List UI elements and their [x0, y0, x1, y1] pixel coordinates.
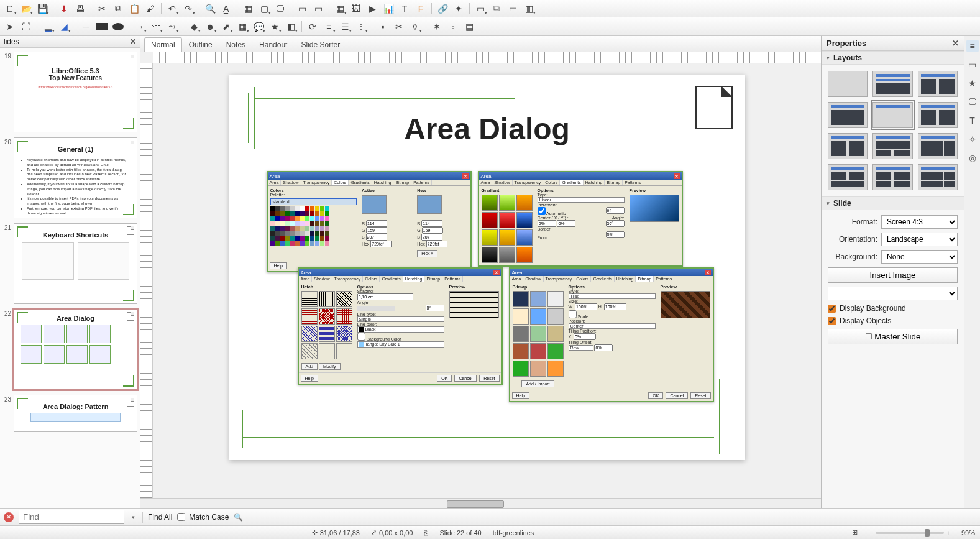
rotate-button[interactable]: ⟳ — [305, 20, 320, 34]
find-input[interactable] — [19, 510, 124, 524]
curve-button[interactable]: 〰▾ — [149, 20, 163, 34]
slide-thumb-23[interactable]: 23 Area Dialog: Pattern — [2, 395, 137, 432]
slide-button[interactable]: ▭▾ — [473, 2, 488, 16]
find-close-button[interactable]: ✕ — [4, 512, 14, 522]
save-button[interactable]: 💾▾ — [35, 2, 50, 16]
layout-title-content[interactable] — [872, 71, 912, 97]
animation-button[interactable]: ✦ — [451, 2, 466, 16]
zoom-slider[interactable] — [876, 532, 944, 534]
undo-button[interactable]: ↶▾ — [165, 2, 180, 16]
arrow-shapes-button[interactable]: ⬈▾ — [219, 20, 234, 34]
slide-thumb-22[interactable]: 22 Area Dialog — [2, 309, 137, 390]
ruler-vertical[interactable] — [140, 63, 153, 498]
slide-thumb-19[interactable]: 19 LibreOffice 5.3 Top New Features http… — [2, 52, 137, 132]
basic-shapes-button[interactable]: ◆▾ — [186, 20, 201, 34]
find-button[interactable]: 🔍 — [203, 2, 218, 16]
snap-button[interactable]: ▢▾ — [257, 2, 272, 16]
dup-slide-button[interactable]: ⧉ — [489, 2, 504, 16]
slide-thumb-21[interactable]: 21 Keyboard Shortcuts — [2, 223, 137, 304]
slide-title[interactable]: Area Dialog — [229, 112, 745, 146]
zoom-tool[interactable]: ⛶ — [19, 20, 34, 34]
textbox-button[interactable]: T — [397, 2, 412, 16]
table-button[interactable]: ▦▾ — [332, 2, 347, 16]
sidebar-tab-master[interactable]: ◎ — [966, 152, 979, 164]
properties-close[interactable]: ✕ — [952, 39, 959, 48]
slide-section-header[interactable]: Slide — [822, 196, 964, 210]
filter-button[interactable]: ⚱▾ — [408, 20, 423, 34]
layout-9[interactable] — [828, 164, 868, 190]
orientation-select[interactable]: Landscape — [881, 233, 958, 246]
slide-layout-button[interactable]: ▥▾ — [521, 2, 536, 16]
layout-11[interactable] — [918, 164, 958, 190]
find-search-icon[interactable]: 🔍 — [234, 513, 243, 522]
fill-color-button[interactable]: ◢▾ — [57, 20, 71, 34]
background-select[interactable]: None — [881, 250, 958, 264]
layout-blank[interactable] — [828, 71, 868, 97]
arrange-button[interactable]: ☰▾ — [337, 20, 352, 34]
media-button[interactable]: ▶ — [365, 2, 380, 16]
find-history-dropdown[interactable]: ▾ — [129, 514, 137, 520]
ruler-horizontal[interactable] — [153, 52, 821, 63]
tab-outline[interactable]: Outline — [182, 37, 219, 52]
glue-button[interactable]: ▫ — [446, 20, 460, 34]
redo-button[interactable]: ↷▾ — [181, 2, 196, 16]
horizontal-scrollbar[interactable] — [140, 498, 821, 508]
layout-title-only[interactable] — [828, 102, 868, 128]
display-views-button[interactable]: 🖵 — [273, 2, 288, 16]
layout-7[interactable] — [872, 133, 912, 159]
layout-5[interactable] — [918, 102, 958, 128]
new-doc-button[interactable]: 🗋▾ — [2, 2, 17, 16]
zoom-out-button[interactable]: − — [869, 529, 872, 537]
line-button[interactable]: ─ — [78, 20, 93, 34]
3d-button[interactable]: ◧▾ — [283, 20, 298, 34]
print-button[interactable]: 🖶 — [73, 2, 88, 16]
shadow-button[interactable]: ▪ — [375, 20, 390, 34]
ellipse-button[interactable] — [111, 20, 126, 34]
cut-button[interactable]: ✂ — [94, 2, 109, 16]
display-objects-checkbox[interactable] — [828, 317, 836, 325]
arrow-button[interactable]: →▾ — [132, 20, 147, 34]
distribute-button[interactable]: ⋮▾ — [354, 20, 369, 34]
slides-panel-close[interactable]: ✕ — [130, 37, 136, 46]
connector-button[interactable]: ⤳▾ — [165, 20, 180, 34]
crop-button[interactable]: ✂ — [392, 20, 406, 34]
status-insert-mode[interactable]: ⎘ — [424, 529, 428, 537]
layout-6[interactable] — [828, 133, 868, 159]
master-slide-button[interactable]: ☐ Master Slide — [828, 329, 958, 344]
flowchart-button[interactable]: ▦▾ — [235, 20, 250, 34]
format-select[interactable]: Screen 4:3 — [881, 215, 958, 229]
start-first-button[interactable]: ▭ — [295, 2, 309, 16]
select-tool[interactable]: ➤ — [2, 20, 17, 34]
extrusion-button[interactable]: ▤ — [462, 20, 477, 34]
grid-button[interactable]: ▦ — [240, 2, 255, 16]
start-current-button[interactable]: ▭ — [311, 2, 326, 16]
hyperlink-button[interactable]: 🔗 — [435, 2, 450, 16]
sidebar-tab-gallery[interactable]: ★ — [966, 77, 979, 90]
symbol-shapes-button[interactable]: ☻▾ — [203, 20, 218, 34]
match-case-checkbox[interactable] — [177, 513, 185, 521]
callout-button[interactable]: 💬▾ — [251, 20, 266, 34]
find-all-button[interactable]: Find All — [148, 513, 172, 522]
sidebar-tab-anim[interactable]: ✧ — [966, 133, 979, 145]
zoom-value[interactable]: 99% — [961, 529, 975, 537]
tab-notes[interactable]: Notes — [219, 37, 252, 52]
open-button[interactable]: 📂▾ — [19, 2, 34, 16]
clone-format-button[interactable]: 🖌 — [143, 2, 158, 16]
align-button[interactable]: ≡▾ — [321, 20, 336, 34]
paste-button[interactable]: 📋 — [127, 2, 142, 16]
background-extra-select[interactable] — [828, 287, 958, 300]
tab-normal[interactable]: Normal — [144, 37, 182, 52]
canvas-scroll[interactable]: Area Dialog Area✕ AreaShadowTransparency… — [153, 63, 821, 498]
spellcheck-button[interactable]: A̲ — [219, 2, 234, 16]
line-color-button[interactable]: ▁▾ — [40, 20, 55, 34]
sidebar-tab-properties[interactable]: ≡ — [966, 40, 979, 52]
chart-button[interactable]: 📊 — [381, 2, 396, 16]
rect-button[interactable] — [94, 20, 109, 34]
copy-button[interactable]: ⧉ — [111, 2, 126, 16]
star-button[interactable]: ★▾ — [267, 20, 282, 34]
points-button[interactable]: ✶ — [429, 20, 444, 34]
layout-8[interactable] — [918, 133, 958, 159]
layout-title-2col[interactable] — [918, 71, 958, 97]
sidebar-tab-navigator[interactable]: 🖵 — [966, 96, 979, 108]
layouts-section-header[interactable]: Layouts — [822, 51, 964, 65]
